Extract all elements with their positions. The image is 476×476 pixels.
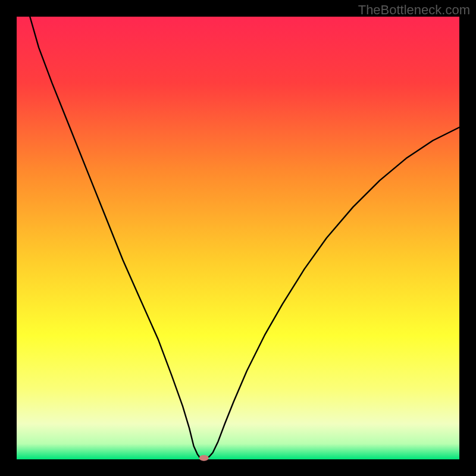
chart-frame: TheBottleneck.com	[0, 0, 476, 476]
min-point-marker	[199, 455, 209, 461]
bottleneck-chart	[0, 0, 476, 476]
